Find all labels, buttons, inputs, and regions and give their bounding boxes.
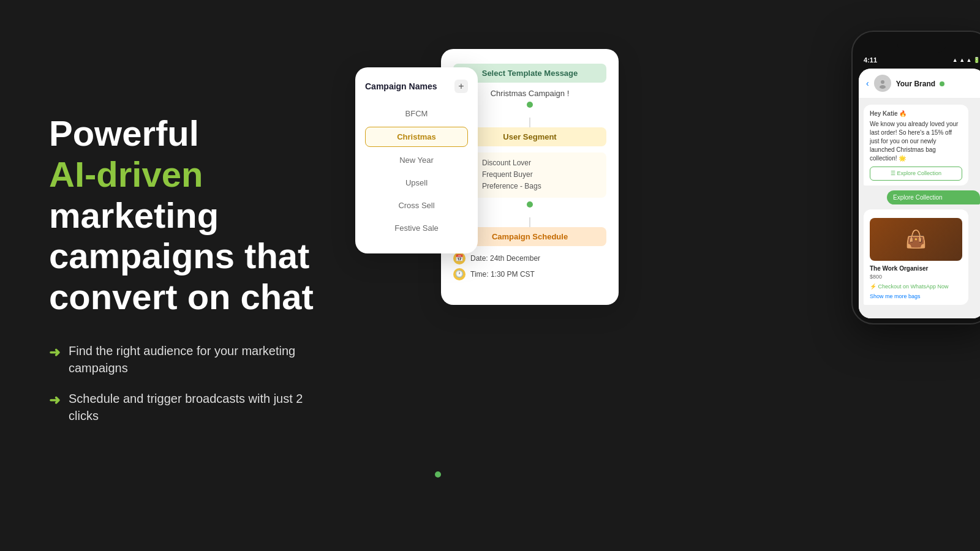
brand-name: Your Brand: [896, 80, 935, 88]
schedule-date: Date: 24th December: [470, 254, 540, 263]
phone-notch: [897, 40, 946, 53]
green-dot-indicator: [435, 471, 441, 478]
checkout-link[interactable]: ⚡ Checkout on WhatsApp Now: [870, 283, 962, 291]
product-card-bubble: 👜 The Work Organiser $800 ⚡ Checkout on …: [864, 209, 968, 305]
show-more-link[interactable]: Show me more bags: [870, 293, 962, 301]
chat-body: Hey Katie 🔥 We know you already loved yo…: [859, 99, 980, 318]
chat-message-text: We know you already loved your last orde…: [870, 120, 962, 163]
hero-section: Powerful AI-driven marketing campaigns t…: [0, 77, 355, 474]
schedule-row-2: 🕐 Time: 1:30 PM CST: [453, 268, 606, 280]
product-name: The Work Organiser: [870, 264, 962, 273]
product-price: $800: [870, 273, 962, 281]
ui-showcase: Campaign Names + BFCM Christmas New Year…: [355, 0, 980, 551]
flow-connector-2: [529, 217, 530, 227]
flow-dot-2: [527, 201, 533, 208]
headline-line5: convert on chat: [49, 277, 314, 317]
brand-avatar: [874, 75, 891, 92]
campaign-card-header: Campaign Names +: [365, 80, 468, 93]
segment-line-1: Discount Lover: [482, 157, 541, 169]
campaign-card-title: Campaign Names: [365, 81, 437, 91]
campaign-names-card: Campaign Names + BFCM Christmas New Year…: [355, 67, 478, 253]
date-icon: 📅: [453, 252, 466, 264]
headline-line1: Powerful: [49, 113, 199, 153]
brand-name-container: Your Brand: [896, 78, 944, 89]
svg-point-2: [880, 85, 886, 89]
campaign-item-christmas[interactable]: Christmas: [365, 127, 468, 147]
segment-text: Discount Lover Frequent Buyer Preference…: [482, 157, 541, 193]
back-button[interactable]: ‹: [866, 78, 869, 88]
campaign-item-crosssell[interactable]: Cross Sell: [365, 196, 468, 215]
online-indicator: [940, 81, 944, 86]
explore-collection-button-outline[interactable]: ☰ Explore Collection: [870, 167, 962, 181]
flow-dot-1: [527, 102, 533, 108]
schedule-time: Time: 1:30 PM CST: [470, 270, 535, 279]
phone-mockup: 4:11 ▲ ▲ ▲ 🔋 ‹ Your Brand: [851, 31, 980, 324]
bullet-list: ➜ Find the right audience for your marke…: [49, 342, 318, 424]
bullet-text-1: Find the right audience for your marketi…: [69, 342, 318, 377]
headline: Powerful AI-driven marketing campaigns t…: [49, 113, 318, 317]
schedule-row-1: 📅 Date: 24th December: [453, 252, 606, 264]
time-icon: 🕐: [453, 268, 466, 280]
bullet-item-2: ➜ Schedule and trigger broadcasts with j…: [49, 390, 318, 424]
headline-line3: marketing: [49, 195, 219, 235]
explore-collection-reply: Explore Collection: [887, 190, 980, 204]
flow-connector-1: [529, 118, 530, 127]
campaign-item-newyear[interactable]: New Year: [365, 151, 468, 170]
segment-line-3: Preference - Bags: [482, 181, 541, 192]
chat-message-bubble: Hey Katie 🔥 We know you already loved yo…: [864, 105, 968, 186]
segment-line-2: Frequent Buyer: [482, 169, 541, 181]
chat-header: ‹ Your Brand: [859, 69, 980, 99]
phone-signal-icons: ▲ ▲ ▲ 🔋: [952, 57, 980, 63]
add-campaign-button[interactable]: +: [454, 80, 468, 93]
bullet-item-1: ➜ Find the right audience for your marke…: [49, 342, 318, 377]
headline-line4: campaigns that: [49, 236, 309, 276]
bullet-text-2: Schedule and trigger broadcasts with jus…: [69, 390, 318, 424]
campaign-item-upsell[interactable]: Upsell: [365, 173, 468, 192]
campaign-item-festive[interactable]: Festive Sale: [365, 219, 468, 238]
chat-greeting: Hey Katie 🔥: [870, 110, 962, 118]
svg-point-1: [881, 80, 884, 84]
phone-screen: ‹ Your Brand Hey Katie 🔥 We know you a: [859, 69, 980, 318]
arrow-icon-1: ➜: [49, 343, 60, 362]
phone-status-bar: 4:11 ▲ ▲ ▲ 🔋: [859, 56, 980, 64]
headline-ai-driven: AI-driven: [49, 154, 203, 194]
arrow-icon-2: ➜: [49, 391, 60, 410]
campaign-item-bfcm[interactable]: BFCM: [365, 104, 468, 123]
product-image: 👜: [870, 218, 962, 261]
phone-time: 4:11: [864, 56, 877, 64]
